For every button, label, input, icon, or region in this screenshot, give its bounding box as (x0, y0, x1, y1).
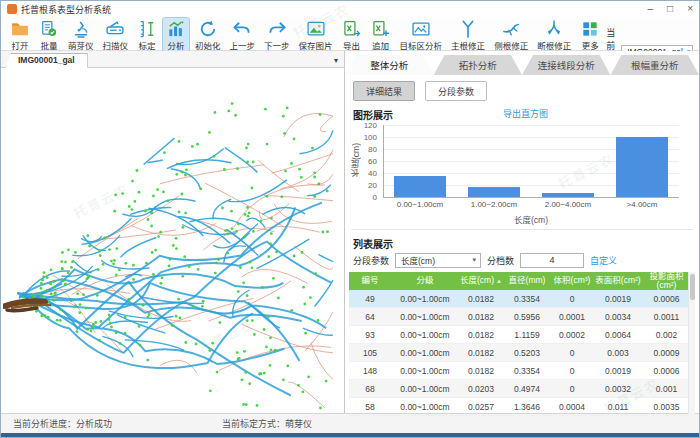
table-row[interactable]: 1480.00~1.00cm0.01820.335400.00190.0006 (349, 362, 690, 380)
main-root-icon (458, 19, 478, 39)
column-header[interactable]: 长度(cm)▲ (459, 272, 503, 290)
table-scrollbar[interactable] (688, 272, 695, 414)
subtab-detailed-results[interactable]: 详细结果 (353, 81, 415, 101)
histogram-bar (542, 193, 594, 197)
analysis-icon (166, 19, 186, 39)
column-header[interactable]: 表面积(cm²) (593, 272, 643, 290)
app-logo-icon (7, 4, 17, 14)
table-row[interactable]: 930.00~1.00cm0.01821.11590.00020.00640.0… (349, 326, 690, 344)
root-network-image (3, 70, 341, 410)
toolbar-item-export[interactable]: 导出 (339, 18, 365, 51)
table-row[interactable]: 680.00~1.00cm0.02030.497400.00320.001 (349, 380, 690, 398)
image-tab[interactable]: IMG00001_gal (5, 53, 88, 68)
root-image-canvas[interactable] (1, 68, 344, 413)
table-row[interactable]: 1050.00~1.00cm0.01820.520300.0030.0009 (349, 344, 690, 362)
customize-link[interactable]: 自定义 (590, 254, 617, 267)
histogram-bar (468, 187, 520, 197)
results-table-wrap: 编号分级长度(cm)▲直径(mm)体积(cm³)表面积(cm²)投影面积(cm²… (349, 272, 699, 416)
length-histogram: 0204060801001200.00~1.00cm1.00~2.00cm2.0… (349, 121, 697, 225)
histogram-category-label: 2.00~4.00cm (531, 200, 605, 209)
toolbar-item-side-root[interactable]: 侧根修正 (491, 18, 531, 51)
target-area-icon (411, 19, 431, 39)
bins-count-input[interactable] (520, 253, 584, 268)
table-row[interactable]: 490.00~1.00cm0.01820.335400.00190.0006 (349, 290, 690, 308)
tab-topology-analysis[interactable]: 拓扑分析 (434, 55, 523, 75)
toolbar-item-batch[interactable]: 批量 (36, 18, 62, 51)
toolbar-item-redo[interactable]: 下一步 (261, 18, 293, 51)
segment-controls: 分段参数 长度(cm) ▾ 分档数 自定义 (353, 252, 699, 268)
toolbar-item-calibration[interactable]: 标定 (134, 18, 160, 51)
chevron-down-icon: ▾ (473, 256, 477, 264)
toolbar-item-reset[interactable]: 初始化 (192, 18, 224, 51)
scrollbar-thumb[interactable] (690, 274, 695, 300)
table-row[interactable]: 640.00~1.00cm0.01820.59560.00010.00340.0… (349, 308, 690, 326)
column-header[interactable]: 分级 (391, 272, 459, 290)
export-histogram-link[interactable]: 导出直方图 (503, 107, 548, 120)
sort-icon: ▲ (496, 278, 502, 284)
image-panel: IMG00001_gal ▾ (1, 51, 345, 413)
column-header[interactable]: 直径(mm) (503, 272, 551, 290)
subtab-segment-params[interactable]: 分段参数 (425, 81, 487, 101)
toolbar-item-analysis[interactable]: 分析 (163, 18, 189, 51)
histogram-category-label: 1.00~2.00cm (457, 200, 531, 209)
app-window: 托普根系表型分析系统 – □ × 打开批量萌芽仪扫描仪标定分析初始化上一步下一步… (0, 0, 700, 438)
folder-icon (10, 19, 30, 39)
toolbar-item-main-root[interactable]: 主根修正 (448, 18, 488, 51)
analysis-tabs: 整体分析拓扑分析连接线段分析根幅重分析 (345, 55, 699, 75)
close-button[interactable]: × (687, 4, 693, 14)
scanner-icon (105, 19, 125, 39)
chart-section-title: 图形展示 (353, 110, 393, 121)
maximize-button[interactable]: □ (667, 4, 673, 14)
result-subtabs: 详细结果分段参数 (353, 81, 699, 101)
toolbar-item-target-area[interactable]: 目标区分析 (397, 18, 446, 51)
undo-icon (232, 19, 252, 39)
analysis-panel: 整体分析拓扑分析连接线段分析根幅重分析 详细结果分段参数 图形展示 导出直方图 … (345, 51, 699, 413)
calibration-method-status: 当前标定方式：萌芽仪 (222, 417, 312, 430)
toolbar-item-folder[interactable]: 打开 (7, 18, 33, 51)
column-header[interactable]: 体积(cm³) (551, 272, 593, 290)
titlebar: 托普根系表型分析系统 – □ × (1, 1, 699, 17)
column-header[interactable]: 编号 (349, 272, 391, 290)
analysis-progress-status: 当前分析进度：分析成功 (13, 417, 112, 430)
toolbar-item-save-image[interactable]: 保存图片 (296, 18, 336, 51)
segment-param-select[interactable]: 长度(cm) ▾ (395, 253, 481, 268)
side-root-icon (501, 19, 521, 39)
toolbar-item-undo[interactable]: 上一步 (227, 18, 259, 51)
x-axis-label: 长度(cm) (383, 213, 679, 225)
batch-icon (39, 19, 59, 39)
toolbar-item-sprout[interactable]: 萌芽仪 (65, 18, 97, 51)
more-icon (580, 19, 600, 39)
histogram-bar (616, 137, 668, 197)
toolbar-item-more[interactable]: 更多 (577, 18, 603, 51)
redo-icon (267, 19, 287, 39)
minimize-button[interactable]: – (648, 4, 654, 14)
toolbar-item-scanner[interactable]: 扫描仪 (100, 18, 132, 51)
y-axis-label: 长度(cm) (350, 143, 362, 177)
bins-count-label: 分档数 (487, 254, 514, 267)
calibration-icon (137, 19, 157, 39)
window-title: 托普根系表型分析系统 (21, 3, 111, 16)
histogram-category-label: >4.00cm (605, 200, 679, 209)
list-section-title: 列表展示 (353, 239, 393, 250)
export-icon (342, 19, 362, 39)
tab-line-segment-analysis[interactable]: 连接线段分析 (522, 55, 611, 75)
toolbar: 打开批量萌芽仪扫描仪标定分析初始化上一步下一步保存图片导出追加目标区分析主根修正… (1, 17, 699, 51)
image-tabbar: IMG00001_gal ▾ (1, 51, 344, 68)
section-divider (351, 229, 693, 230)
tab-root-width-analysis[interactable]: 根幅重分析 (611, 55, 700, 75)
table-row[interactable]: 580.00~1.00cm0.02571.36460.00040.0110.00… (349, 398, 690, 416)
reset-icon (198, 19, 218, 39)
toolbar-item-append[interactable]: 追加 (368, 18, 394, 51)
histogram-category-label: 0.00~1.00cm (383, 200, 457, 209)
column-header[interactable]: 投影面积(cm²) (643, 272, 690, 290)
tab-list-dropdown-icon[interactable]: ▾ (334, 56, 338, 67)
broken-root-icon (544, 19, 564, 39)
results-table: 编号分级长度(cm)▲直径(mm)体积(cm³)表面积(cm²)投影面积(cm²… (349, 272, 690, 416)
histogram-bar (394, 176, 446, 197)
tab-overall-analysis[interactable]: 整体分析 (345, 55, 434, 75)
save-image-icon (306, 19, 326, 39)
toolbar-item-broken-root[interactable]: 断根修正 (534, 18, 574, 51)
window-bottom-strip (1, 433, 699, 437)
append-icon (371, 19, 391, 39)
sprout-icon (71, 19, 91, 39)
